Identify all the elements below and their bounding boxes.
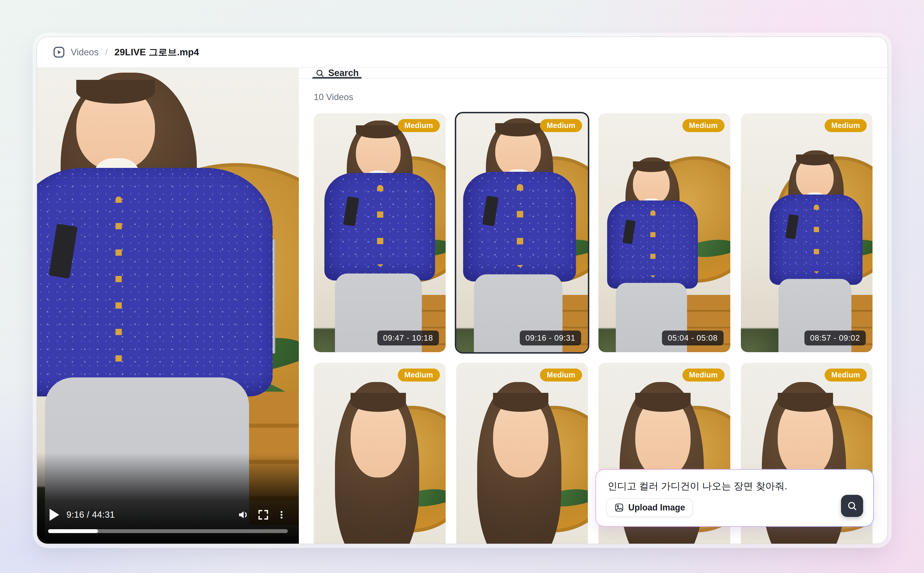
search-icon [847, 500, 858, 512]
clip-thumbnail[interactable]: Medium 09:47 - 10:18 [314, 113, 446, 352]
results-panel: Search 10 Videos Medium [299, 68, 887, 544]
results-count: 10 Videos [314, 92, 872, 102]
breadcrumb: Videos / 29LIVE 그로브.mp4 [37, 37, 887, 68]
search-icon [315, 69, 324, 78]
confidence-badge: Medium [540, 368, 582, 382]
app-window: Videos / 29LIVE 그로브.mp4 [37, 36, 888, 544]
video-player[interactable]: 9:16 / 44:31 [37, 68, 299, 544]
clip-thumbnail[interactable]: Medium 05:04 - 05:08 [598, 113, 730, 352]
search-box: 인디고 컬러 가디건이 나오는 장면 찾아줘. Upload Image [595, 469, 874, 527]
page-background: Videos / 29LIVE 그로브.mp4 [0, 0, 924, 573]
time-display: 9:16 / 44:31 [66, 510, 115, 520]
tab-search[interactable]: Search [314, 68, 360, 78]
clip-time-range: 09:16 - 09:31 [520, 330, 581, 346]
clip-time-range: 08:57 - 09:02 [804, 330, 866, 346]
confidence-badge: Medium [825, 368, 867, 382]
player-controls: 9:16 / 44:31 [37, 509, 299, 521]
upload-image-label: Upload Image [628, 503, 685, 513]
confidence-badge: Medium [683, 368, 725, 382]
video-file-icon [52, 46, 66, 59]
progress-bar[interactable] [48, 529, 288, 533]
fullscreen-icon[interactable] [257, 509, 269, 521]
clip-thumbnail[interactable]: Medium [314, 363, 446, 544]
clip-thumbnail[interactable]: Medium [456, 363, 588, 544]
upload-image-button[interactable]: Upload Image [607, 498, 693, 517]
tab-search-label: Search [328, 68, 359, 78]
search-submit-button[interactable] [841, 495, 863, 517]
tab-bar: Search [299, 68, 887, 79]
kebab-menu-icon[interactable] [277, 509, 287, 521]
clip-time-range: 09:47 - 10:18 [377, 330, 439, 346]
clip-time-range: 05:04 - 05:08 [662, 330, 724, 346]
page-title-filename: 29LIVE 그로브.mp4 [114, 46, 199, 59]
confidence-badge: Medium [540, 119, 582, 132]
confidence-badge: Medium [825, 119, 867, 132]
clip-thumbnail[interactable]: Medium 08:57 - 09:02 [741, 113, 873, 352]
play-icon[interactable] [50, 509, 59, 521]
image-icon [614, 503, 624, 512]
confidence-badge: Medium [683, 119, 725, 132]
search-input[interactable]: 인디고 컬러 가디건이 나오는 장면 찾아줘. [608, 479, 825, 493]
clip-thumbnail[interactable]: Medium 09:16 - 09:31 [456, 113, 588, 352]
confidence-badge: Medium [398, 119, 440, 132]
progress-fill [48, 529, 98, 533]
breadcrumb-videos-link[interactable]: Videos [71, 47, 99, 58]
breadcrumb-separator: / [105, 47, 108, 57]
confidence-badge: Medium [398, 368, 440, 382]
volume-icon[interactable] [237, 509, 250, 521]
